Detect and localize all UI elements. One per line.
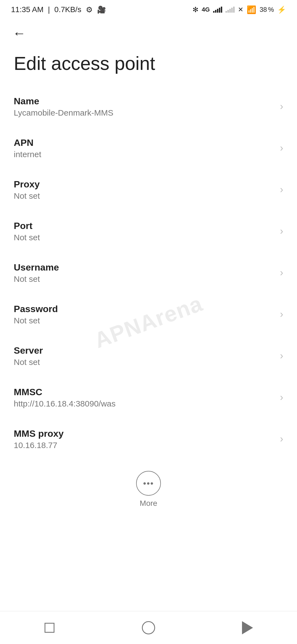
back-button[interactable]: ← — [11, 25, 28, 41]
signal-bars-2 — [226, 7, 235, 13]
settings-item-name[interactable]: Name Lycamobile-Denmark-MMS › — [0, 86, 297, 127]
wifi-icon: 📶 — [247, 5, 256, 14]
chevron-right-icon: › — [280, 350, 283, 362]
page-title: Edit access point — [0, 47, 297, 86]
chevron-right-icon: › — [280, 184, 283, 195]
no-signal-icon: ✕ — [238, 6, 243, 13]
settings-item-port-value: Not set — [14, 233, 274, 242]
back-icon — [242, 621, 253, 634]
more-button-container[interactable]: ••• More — [0, 460, 297, 522]
settings-item-proxy-content: Proxy Not set — [14, 179, 274, 201]
settings-item-proxy[interactable]: Proxy Not set › — [0, 169, 297, 211]
chevron-right-icon: › — [280, 142, 283, 154]
more-circle-button[interactable]: ••• — [136, 471, 161, 496]
settings-item-password[interactable]: Password Not set › — [0, 294, 297, 335]
settings-list: Name Lycamobile-Denmark-MMS › APN intern… — [0, 86, 297, 460]
speed-display: | — [48, 5, 50, 14]
settings-item-server-value: Not set — [14, 358, 274, 367]
back-arrow-icon: ← — [13, 26, 26, 41]
network-4g-icon: 4G — [202, 6, 210, 13]
battery-container: 38 % — [260, 6, 274, 13]
settings-item-name-label: Name — [14, 96, 274, 107]
nav-recents-button[interactable] — [33, 617, 66, 639]
chevron-right-icon: › — [280, 392, 283, 403]
chevron-right-icon: › — [280, 101, 283, 112]
settings-item-port-label: Port — [14, 220, 274, 231]
camera-icon: 🎥 — [97, 6, 106, 14]
time-display: 11:35 AM — [11, 5, 43, 14]
home-icon — [142, 621, 155, 634]
chevron-right-icon: › — [280, 309, 283, 320]
settings-item-mmsc[interactable]: MMSC http://10.16.18.4:38090/was › — [0, 377, 297, 418]
chevron-right-icon: › — [280, 433, 283, 445]
settings-item-mms-proxy-value: 10.16.18.77 — [14, 441, 274, 450]
signal-bars-1 — [213, 7, 222, 13]
settings-item-mmsc-label: MMSC — [14, 387, 274, 397]
nav-back-button[interactable] — [231, 617, 264, 639]
settings-item-username[interactable]: Username Not set › — [0, 252, 297, 294]
settings-icon: ⚙ — [86, 5, 93, 14]
settings-item-name-value: Lycamobile-Denmark-MMS — [14, 108, 274, 118]
status-right: ✻ 4G ✕ 📶 38 % ⚡ — [193, 5, 286, 14]
three-dots-icon: ••• — [143, 479, 154, 488]
battery-percent: 38 — [260, 6, 267, 13]
settings-item-port[interactable]: Port Not set › — [0, 211, 297, 252]
more-label: More — [140, 499, 157, 508]
settings-item-mmsc-value: http://10.16.18.4:38090/was — [14, 399, 274, 408]
settings-item-apn[interactable]: APN internet › — [0, 127, 297, 169]
settings-item-server-content: Server Not set — [14, 345, 274, 367]
charging-icon: ⚡ — [277, 6, 286, 14]
status-left: 11:35 AM | 0.7KB/s ⚙ 🎥 — [11, 5, 106, 14]
chevron-right-icon: › — [280, 267, 283, 279]
top-nav: ← — [0, 19, 297, 47]
status-bar: 11:35 AM | 0.7KB/s ⚙ 🎥 ✻ 4G ✕ 📶 — [0, 0, 297, 19]
settings-item-username-label: Username — [14, 262, 274, 273]
settings-item-password-content: Password Not set — [14, 304, 274, 325]
bluetooth-icon: ✻ — [193, 6, 199, 14]
settings-item-proxy-value: Not set — [14, 191, 274, 201]
settings-item-username-value: Not set — [14, 274, 274, 284]
settings-item-apn-content: APN internet — [14, 137, 274, 159]
bottom-nav — [0, 611, 297, 644]
settings-item-mms-proxy[interactable]: MMS proxy 10.16.18.77 › — [0, 418, 297, 460]
settings-item-apn-value: internet — [14, 150, 274, 159]
settings-item-mmsc-content: MMSC http://10.16.18.4:38090/was — [14, 387, 274, 408]
settings-item-password-label: Password — [14, 304, 274, 314]
settings-item-port-content: Port Not set — [14, 220, 274, 242]
settings-item-name-content: Name Lycamobile-Denmark-MMS — [14, 96, 274, 118]
settings-item-mms-proxy-label: MMS proxy — [14, 428, 274, 439]
network-speed: 0.7KB/s — [54, 5, 81, 14]
recents-icon — [45, 623, 54, 633]
settings-item-proxy-label: Proxy — [14, 179, 274, 190]
nav-home-button[interactable] — [132, 617, 165, 639]
settings-item-server-label: Server — [14, 345, 274, 356]
settings-item-apn-label: APN — [14, 137, 274, 148]
settings-item-username-content: Username Not set — [14, 262, 274, 284]
chevron-right-icon: › — [280, 225, 283, 237]
settings-item-server[interactable]: Server Not set › — [0, 335, 297, 377]
settings-item-mms-proxy-content: MMS proxy 10.16.18.77 — [14, 428, 274, 450]
content-area: Name Lycamobile-Denmark-MMS › APN intern… — [0, 86, 297, 577]
settings-item-password-value: Not set — [14, 316, 274, 325]
